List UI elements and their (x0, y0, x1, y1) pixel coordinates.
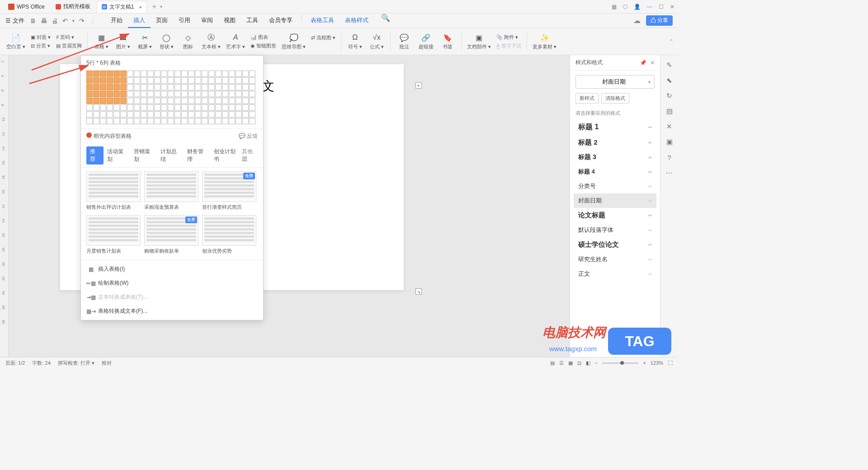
table-grid-cell[interactable] (236, 98, 242, 104)
undo-dropdown-icon[interactable]: ▾ (72, 19, 75, 23)
table-grid-cell[interactable] (161, 84, 167, 90)
table-grid-cell[interactable] (120, 111, 127, 118)
zoom-slider[interactable] (602, 362, 638, 364)
table-grid-cell[interactable] (215, 104, 222, 111)
table-grid-cell[interactable] (93, 111, 99, 118)
table-grid-cell[interactable] (86, 118, 93, 124)
help-icon[interactable]: ? (665, 153, 674, 162)
resize-handle[interactable]: ↘ (415, 288, 422, 295)
table-grid-cell[interactable] (134, 77, 140, 84)
table-grid-cell[interactable] (195, 70, 201, 77)
table-grid-cell[interactable] (168, 84, 174, 90)
table-grid-cell[interactable] (181, 84, 188, 90)
pin-icon[interactable]: 📌 (640, 60, 646, 66)
zoom-out-icon[interactable]: − (595, 360, 598, 366)
table-grid-cell[interactable] (181, 98, 188, 104)
style-item[interactable]: 默认段落字体↵ (574, 223, 656, 237)
table-grid-cell[interactable] (107, 118, 113, 124)
table-grid-cell[interactable] (236, 91, 242, 97)
table-grid-cell[interactable] (100, 98, 106, 104)
close-window-button[interactable]: ✕ (670, 4, 675, 10)
table-grid-cell[interactable] (188, 118, 194, 124)
table-grid-cell[interactable] (93, 118, 99, 124)
tab-member[interactable]: 会员专享 (264, 14, 298, 28)
template-item[interactable]: 免费首行渐变样式简历 (202, 171, 256, 212)
table-grid-cell[interactable] (134, 91, 140, 97)
table-grid-cell[interactable] (113, 104, 120, 111)
pagebreak-button[interactable]: ⊟ 分页 ▾ (29, 42, 52, 50)
table-grid-cell[interactable] (175, 91, 181, 97)
table-grid-cell[interactable] (147, 98, 154, 104)
table-grid-cell[interactable] (188, 70, 194, 77)
table-grid-cell[interactable] (113, 98, 120, 104)
table-grid-cell[interactable] (120, 77, 127, 84)
more-tools-icon[interactable]: ⋯ (665, 168, 674, 177)
table-grid-cell[interactable] (208, 70, 215, 77)
equation-button[interactable]: √x 公式 ▾ (367, 33, 387, 50)
undo-icon[interactable]: ↶ (62, 17, 68, 24)
style-item[interactable]: 分类号↵ (574, 179, 656, 193)
table-grid-cell[interactable] (236, 111, 242, 118)
table-grid-cell[interactable] (188, 77, 194, 84)
table-grid-cell[interactable] (168, 118, 174, 124)
table-grid-cell[interactable] (141, 98, 147, 104)
style-item[interactable]: 标题 4↵ (574, 164, 656, 179)
style-item[interactable]: 标题 2↵ (574, 135, 656, 150)
table-grid-cell[interactable] (161, 77, 167, 84)
table-grid-cell[interactable] (161, 98, 167, 104)
table-grid-cell[interactable] (215, 91, 222, 97)
tpl-tab-more[interactable]: 其他 ☰ (242, 148, 258, 163)
view-mode-1-icon[interactable]: ▤ (550, 360, 555, 366)
table-grid-cell[interactable] (242, 70, 249, 77)
comment-button[interactable]: 💬 批注 (394, 33, 414, 50)
table-grid-cell[interactable] (175, 84, 181, 90)
pencil-tool-icon[interactable]: ✎ (665, 61, 674, 70)
table-grid-cell[interactable] (202, 91, 208, 97)
table-grid-cell[interactable] (188, 111, 194, 118)
table-grid-cell[interactable] (249, 70, 255, 77)
dropcap-button[interactable]: A̲ 首字下沉 (495, 42, 523, 50)
table-grid-cell[interactable] (181, 104, 188, 111)
screenshot-button[interactable]: ✂ 截屏 ▾ (135, 33, 155, 50)
tpl-tab-plan[interactable]: 计划总结 (157, 146, 184, 164)
table-grid-cell[interactable] (181, 91, 188, 97)
table-grid-cell[interactable] (229, 70, 235, 77)
table-grid-cell[interactable] (195, 77, 201, 84)
tpl-tab-business[interactable]: 创业计划书 (210, 146, 242, 164)
table-grid-cell[interactable] (242, 91, 249, 97)
pagenum-button[interactable]: # 页码 ▾ (54, 33, 84, 41)
table-grid-cell[interactable] (161, 111, 167, 118)
tpl-tab-activity[interactable]: 活动策划 (104, 146, 130, 164)
table-grid-cell[interactable] (215, 111, 222, 118)
table-grid-cell[interactable] (127, 104, 133, 111)
redo-icon[interactable]: ↷ (79, 17, 85, 24)
table-grid-cell[interactable] (181, 70, 188, 77)
table-grid-cell[interactable] (242, 84, 249, 90)
table-grid-cell[interactable] (127, 84, 133, 90)
table-grid-cell[interactable] (236, 84, 242, 90)
tpl-tab-recommend[interactable]: 推荐 (86, 146, 104, 164)
table-grid-cell[interactable] (100, 104, 106, 111)
table-grid-cell[interactable] (208, 84, 215, 90)
hyperlink-button[interactable]: 🔗 超链接 (416, 33, 436, 50)
table-grid-cell[interactable] (113, 111, 120, 118)
template-item[interactable]: 采购现金预算表 (144, 171, 198, 212)
table-grid-cell[interactable] (113, 91, 120, 97)
table-grid-cell[interactable] (113, 84, 120, 90)
table-grid-cell[interactable] (188, 98, 194, 104)
template-item[interactable]: 免费购物采购收款单 (144, 215, 198, 256)
close-tab-icon[interactable]: ● (139, 5, 142, 9)
table-grid-cell[interactable] (202, 118, 208, 124)
table-grid-cell[interactable] (86, 91, 93, 97)
proof-status[interactable]: 校对 (102, 360, 112, 367)
style-item[interactable]: 标题 1↵ (574, 119, 656, 135)
flowchart-button[interactable]: ⇄ 流程图 ▾ (309, 34, 337, 42)
more-button[interactable]: ✨ 更多素材 ▾ (531, 33, 558, 50)
table-grid-cell[interactable] (195, 84, 201, 90)
print-icon[interactable]: 🖨 (52, 17, 58, 24)
table-grid-cell[interactable] (100, 70, 106, 77)
table-grid-cell[interactable] (242, 118, 249, 124)
picture-button[interactable]: 🖼 图片 ▾ (113, 33, 133, 50)
table-grid-cell[interactable] (181, 111, 188, 118)
table-grid-cell[interactable] (141, 118, 147, 124)
